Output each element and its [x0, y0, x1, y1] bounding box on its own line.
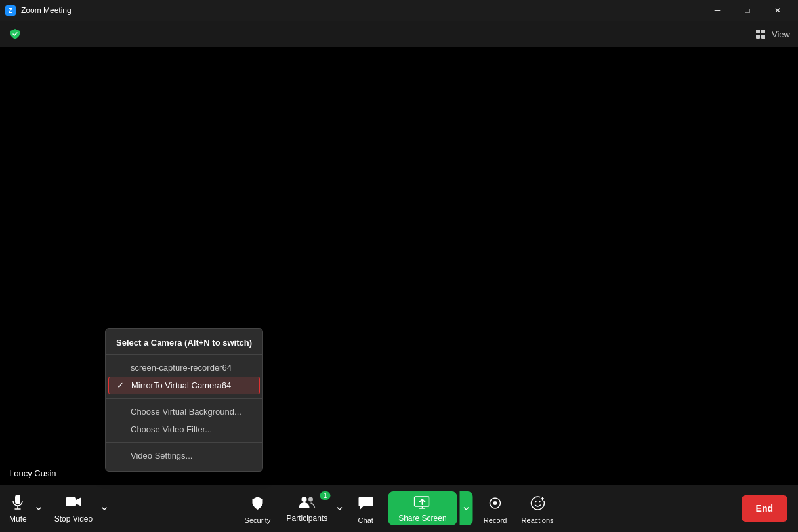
security-icon: [247, 493, 268, 514]
camera-option-screen-capture[interactable]: screen-capture-recorder64: [106, 359, 262, 377]
view-icon: [756, 30, 765, 39]
reactions-icon: [527, 493, 548, 514]
camera-option-video-settings[interactable]: Video Settings...: [106, 447, 262, 464]
video-settings-label: Video Settings...: [131, 451, 192, 460]
minimize-button[interactable]: ─: [702, 0, 732, 21]
chat-label: Chat: [358, 516, 373, 524]
maximize-button[interactable]: □: [732, 0, 763, 21]
video-icon: [65, 494, 82, 512]
svg-point-9: [535, 501, 536, 502]
camera-label-2: MirrorTo Virtual Camera64: [131, 380, 231, 390]
mute-chevron-button[interactable]: [32, 485, 45, 532]
share-screen-icon: [414, 495, 431, 511]
mute-group: Mute: [0, 485, 45, 532]
mute-label: Mute: [9, 514, 27, 523]
camera-label-1: screen-capture-recorder64: [131, 363, 232, 373]
participants-icon: [298, 495, 316, 511]
camera-menu: Select a Camera (Alt+N to switch) screen…: [105, 328, 263, 472]
share-screen-group: Share Screen: [385, 485, 475, 532]
reactions-label: Reactions: [522, 516, 554, 524]
svg-point-3: [302, 497, 307, 502]
video-area: Loucy Cusin Select a Camera (Alt+N to sw…: [0, 47, 798, 485]
titlebar-title: Zoom Meeting: [21, 6, 72, 15]
participant-label: Loucy Cusin: [5, 467, 60, 480]
camera-menu-divider-2: [106, 442, 262, 443]
video-chevron-button[interactable]: [98, 485, 111, 532]
record-button[interactable]: Record: [476, 485, 515, 532]
record-icon: [485, 493, 506, 514]
share-chevron-button[interactable]: [460, 491, 473, 525]
toolbar-right: End: [742, 485, 798, 532]
record-label: Record: [484, 516, 507, 524]
toolbar-center: Security Participants 1: [238, 485, 560, 532]
participants-badge: 1: [320, 491, 331, 500]
mute-button[interactable]: Mute: [0, 485, 32, 532]
svg-rect-2: [66, 497, 76, 506]
camera-menu-divider: [106, 398, 262, 399]
shield-icon: [8, 27, 22, 41]
participants-group: Participants 1: [277, 485, 346, 532]
participants-button[interactable]: Participants 1: [277, 485, 333, 532]
check-empty-3: [116, 424, 125, 434]
video-filter-label: Choose Video Filter...: [131, 424, 212, 434]
titlebar: Z Zoom Meeting ─ □ ✕: [0, 0, 798, 21]
check-empty-2: [116, 407, 125, 417]
svg-point-4: [308, 497, 313, 501]
chat-button[interactable]: Chat: [346, 485, 385, 532]
view-label: View: [772, 30, 790, 39]
view-button[interactable]: View: [756, 30, 790, 39]
end-button[interactable]: End: [742, 495, 788, 522]
zoom-icon: Z: [5, 5, 16, 16]
titlebar-left: Z Zoom Meeting: [5, 5, 72, 16]
toolbar-left: Mute Stop Video: [0, 485, 111, 532]
share-screen-label: Share Screen: [398, 514, 446, 523]
camera-option-mirrorto[interactable]: ✓ MirrorTo Virtual Camera64: [108, 377, 260, 394]
titlebar-controls: ─ □ ✕: [702, 0, 793, 21]
topbar: View: [0, 21, 798, 47]
check-empty: [116, 363, 125, 373]
camera-option-video-filter[interactable]: Choose Video Filter...: [106, 420, 262, 438]
chat-icon: [355, 493, 376, 514]
svg-point-7: [494, 501, 497, 505]
participants-label: Participants: [286, 514, 327, 523]
check-empty-4: [116, 451, 125, 460]
reactions-button[interactable]: Reactions: [515, 485, 560, 532]
camera-option-virtual-bg[interactable]: Choose Virtual Background...: [106, 403, 262, 420]
topbar-left: [8, 27, 22, 41]
svg-text:Z: Z: [9, 7, 12, 14]
svg-rect-5: [415, 497, 429, 506]
mute-icon: [10, 494, 26, 512]
camera-menu-header: Select a Camera (Alt+N to switch): [106, 335, 262, 355]
svg-point-10: [539, 501, 540, 502]
virtual-bg-label: Choose Virtual Background...: [131, 407, 242, 417]
close-button[interactable]: ✕: [763, 0, 793, 21]
stop-video-group: Stop Video: [45, 485, 112, 532]
security-button[interactable]: Security: [238, 485, 277, 532]
stop-video-label: Stop Video: [54, 514, 93, 523]
toolbar: Mute Stop Video: [0, 485, 798, 532]
participants-chevron-button[interactable]: [333, 485, 346, 532]
check-selected-icon: ✓: [117, 380, 126, 390]
stop-video-button[interactable]: Stop Video: [45, 485, 98, 532]
share-screen-button[interactable]: Share Screen: [388, 491, 457, 525]
security-label: Security: [245, 516, 271, 524]
